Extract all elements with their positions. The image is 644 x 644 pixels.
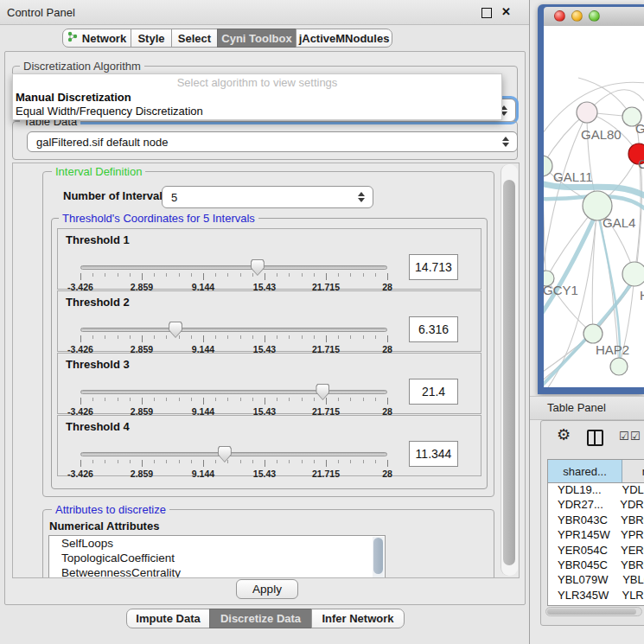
- slider-ticks: [80, 460, 387, 468]
- number-of-intervals-label: Number of Intervals: [63, 189, 169, 202]
- network-window-titlebar[interactable]: [544, 7, 644, 27]
- node-gal11[interactable]: [544, 156, 552, 176]
- table-horizontal-scrollbar[interactable]: [545, 607, 642, 616]
- checkbox-icon[interactable]: ☑: [619, 430, 629, 442]
- threshold-value-field[interactable]: 6.316: [409, 316, 458, 342]
- table-row[interactable]: YIL052CYIL0: [548, 603, 644, 606]
- tab-jactivemnodules[interactable]: jActiveMNodules: [296, 29, 392, 48]
- table-row[interactable]: YDR27...YDR2: [548, 498, 644, 513]
- tab-network[interactable]: Network: [62, 29, 131, 48]
- cyni-toolbox-panel: Discretization Algorithm Select algorith…: [4, 51, 526, 605]
- spinner-arrows-icon: [358, 192, 365, 202]
- dropdown-option-manual[interactable]: Manual Discretization: [16, 91, 131, 104]
- screen: Control Panel ✕ Network Style Select Cyn…: [0, 0, 644, 644]
- slider-ticks: [80, 335, 387, 343]
- list-scrollbar[interactable]: [373, 537, 384, 578]
- tab-infer-network[interactable]: Infer Network: [311, 609, 405, 628]
- slider-scale: -3.4262.8599.14415.4321.71528: [80, 469, 387, 479]
- node-gal80[interactable]: [577, 102, 597, 123]
- threshold-3-slider[interactable]: -3.4262.8599.14415.4321.71528: [80, 386, 387, 415]
- float-window-icon[interactable]: [481, 8, 492, 18]
- node-label-gcy1: GCY1: [544, 283, 578, 297]
- node-label-gal11: GAL11: [553, 169, 593, 184]
- tab-label: Network: [82, 32, 126, 45]
- column-header-name[interactable]: n: [622, 460, 644, 482]
- split-table-icon[interactable]: [587, 430, 603, 446]
- threshold-2-slider[interactable]: -3.4262.8599.14415.4321.71528: [80, 323, 387, 353]
- tab-cyni-toolbox[interactable]: Cyni Toolbox: [217, 29, 296, 48]
- node-label-c-cut: C: [638, 156, 644, 171]
- group-title: Attributes to discretize: [52, 503, 169, 516]
- tab-discretize-data[interactable]: Discretize Data: [209, 609, 312, 628]
- group-title: Interval Definition: [52, 165, 145, 178]
- column-header-shared-name[interactable]: shared...: [548, 460, 622, 482]
- network-canvas[interactable]: GAL80 GA C GAL11 GAL4 GCY1 H HAP2: [544, 26, 644, 387]
- table-row[interactable]: YDL19...YDL1: [548, 483, 644, 498]
- slider-ticks: [80, 273, 387, 281]
- threshold-value-field[interactable]: 14.713: [409, 254, 458, 280]
- control-panel-window: Control Panel ✕ Network Style Select Cyn…: [0, 0, 530, 644]
- network-view-window: GAL80 GA C GAL11 GAL4 GCY1 H HAP2: [538, 4, 644, 394]
- threshold-label: Threshold 1: [66, 233, 130, 246]
- control-panel-titlebar: Control Panel ✕: [0, 0, 529, 25]
- threshold-value-field[interactable]: 21.4: [409, 379, 458, 405]
- table-data-select[interactable]: galFiltered.sif default node: [27, 131, 518, 152]
- apply-button[interactable]: Apply: [236, 579, 298, 599]
- threshold-1-slider[interactable]: -3.4262.8599.14415.4321.71528: [80, 261, 387, 290]
- node-label-ga-cut: GA: [635, 121, 644, 136]
- gear-icon[interactable]: ⚙: [557, 427, 571, 443]
- threshold-4-panel: Threshold 4 -3.4262.8599.14415.4321.7152…: [57, 415, 481, 476]
- minimize-traffic-light-icon[interactable]: [571, 10, 583, 22]
- table-data-group: Table Data galFiltered.sif default node: [12, 121, 518, 160]
- group-title: Threshold's Coordinates for 5 Intervals: [59, 212, 258, 225]
- dropdown-prompt: Select algorithm to view settings: [13, 76, 501, 89]
- table-panel: ⚙ ☑ ☑ shared... n YDL19...YDL1 YDR27...Y…: [540, 420, 644, 626]
- table-row[interactable]: YBL079WYBL0: [548, 573, 644, 588]
- threshold-2-panel: Threshold 2 -3.4262.8599.14415.4321.7152…: [57, 290, 481, 352]
- scrollbar-thumb[interactable]: [547, 609, 636, 615]
- window-title: Control Panel: [7, 6, 75, 19]
- node-label-h-cut: H: [640, 288, 644, 303]
- scrollbar-thumb[interactable]: [503, 180, 515, 565]
- close-traffic-light-icon[interactable]: [554, 10, 565, 22]
- threshold-value-field[interactable]: 11.344: [409, 441, 458, 467]
- numerical-attributes-list[interactable]: SelfLoops TopologicalCoefficient Between…: [48, 535, 386, 578]
- tab-select[interactable]: Select: [171, 29, 218, 48]
- slider-track[interactable]: [80, 265, 387, 270]
- settings-scroll-pane: Interval Definition Number of Intervals …: [12, 163, 520, 578]
- table-header-row: shared... n: [548, 460, 644, 483]
- table-row[interactable]: YLR345WYLR3: [548, 589, 644, 603]
- threshold-label: Threshold 2: [66, 296, 130, 309]
- node-attribute-table: shared... n YDL19...YDL1 YDR27...YDR2 YB…: [547, 459, 644, 606]
- node-label-gal4: GAL4: [603, 215, 635, 230]
- close-icon[interactable]: ✕: [501, 5, 511, 18]
- threshold-3-panel: Threshold 3 -3.4262.8599.14415.4321.7152…: [57, 353, 481, 414]
- threshold-label: Threshold 3: [66, 358, 130, 371]
- list-item[interactable]: BetweennessCentrality: [49, 565, 385, 578]
- table-row[interactable]: YBR045CYBR0: [548, 558, 644, 573]
- table-row[interactable]: YBR043CYBR0: [548, 513, 644, 528]
- node-h[interactable]: [622, 262, 644, 286]
- list-item[interactable]: TopologicalCoefficient: [49, 551, 385, 565]
- slider-track[interactable]: [80, 328, 387, 332]
- dropdown-option-equal-width[interactable]: Equal Width/Frequency Discretization: [16, 105, 203, 118]
- zoom-traffic-light-icon[interactable]: [589, 10, 600, 22]
- node-hap2[interactable]: [583, 324, 603, 343]
- algorithm-dropdown-popup: Select algorithm to view settings Manual…: [12, 73, 502, 120]
- numerical-attributes-label: Numerical Attributes: [49, 520, 159, 532]
- threshold-4-slider[interactable]: -3.4262.8599.14415.4321.71528: [80, 448, 387, 477]
- table-panel-titlebar: Table Panel: [530, 396, 644, 420]
- slider-track[interactable]: [80, 390, 387, 394]
- combo-arrows-icon: [502, 137, 509, 147]
- slider-ticks: [80, 398, 387, 405]
- table-row[interactable]: YPR145WYPR1: [548, 528, 644, 543]
- list-item[interactable]: SelfLoops: [49, 536, 385, 551]
- tab-impute-data[interactable]: Impute Data: [126, 609, 210, 628]
- table-row[interactable]: YER054CYER0: [548, 544, 644, 558]
- tab-style[interactable]: Style: [131, 29, 172, 48]
- number-of-intervals-spinner[interactable]: 5: [162, 186, 373, 208]
- checkbox-icon[interactable]: ☑: [630, 430, 641, 442]
- node-bottom[interactable]: [610, 358, 628, 375]
- settings-vertical-scrollbar[interactable]: [501, 164, 518, 576]
- slider-track[interactable]: [80, 452, 387, 456]
